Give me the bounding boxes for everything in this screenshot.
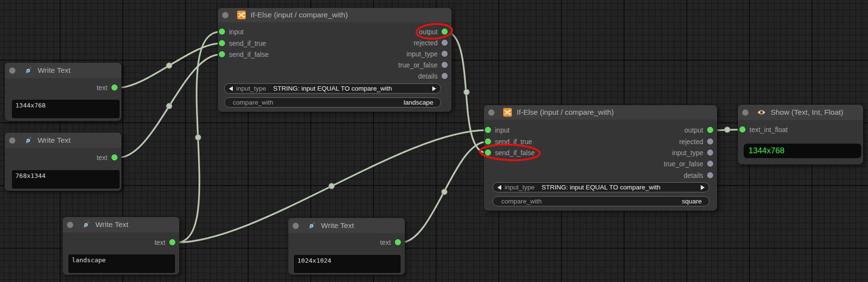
port-label: input_type <box>672 149 703 157</box>
node-show-text[interactable]: Show (Text, Int, Float) text_int_float 1… <box>738 105 863 164</box>
node-titlebar[interactable]: Write Text <box>288 218 405 233</box>
port-dot[interactable] <box>219 40 225 46</box>
node-titlebar[interactable]: Write Text <box>5 63 121 78</box>
text-input[interactable]: 1344x768 <box>12 100 120 118</box>
link-midpoint[interactable] <box>464 89 469 95</box>
port-dot[interactable] <box>441 51 448 57</box>
port-label: input <box>229 28 243 36</box>
collapse-dot[interactable] <box>9 137 15 144</box>
link-midpoint[interactable] <box>724 127 730 133</box>
port-dot[interactable] <box>485 127 491 133</box>
port-dot[interactable] <box>707 127 713 133</box>
node-if-else-1[interactable]: If-Else (input / compare_with) input sen… <box>218 8 452 112</box>
input-port-input[interactable]: input <box>219 28 243 35</box>
port-label: text_int_float <box>749 126 788 134</box>
port-dot[interactable] <box>707 172 713 178</box>
node-editor-canvas[interactable]: Write Text text 1344x768 Write Text text… <box>0 0 868 282</box>
port-label: details <box>684 172 703 179</box>
show-value-box: 1344x768 <box>744 144 861 158</box>
collapse-dot[interactable] <box>67 222 73 228</box>
widget-compare-with[interactable]: compare_with landscape <box>224 97 441 107</box>
output-port-output[interactable]: output <box>684 127 713 133</box>
input-port-send-if-false[interactable]: send_if_false <box>219 51 269 57</box>
widget-label: compare_with <box>233 99 273 106</box>
port-label: true_or_false <box>664 160 703 168</box>
port-dot[interactable] <box>441 28 448 35</box>
port-dot[interactable] <box>395 239 401 245</box>
port-dot[interactable] <box>111 84 118 91</box>
text-input[interactable]: 768x1344 <box>12 170 120 188</box>
output-port-input-type[interactable]: input_type <box>672 149 713 156</box>
wire-1024x1024-to-ifelse2-send-if-true[interactable] <box>401 142 487 242</box>
shuffle-icon <box>503 108 512 117</box>
port-label: text <box>380 239 391 246</box>
output-port-details[interactable]: details <box>684 172 713 178</box>
port-dot[interactable] <box>707 149 713 156</box>
shuffle-icon <box>237 11 246 19</box>
input-port-text-int-float[interactable]: text_int_float <box>739 126 788 133</box>
output-port-output[interactable]: output <box>419 28 448 35</box>
collapse-dot[interactable] <box>222 12 228 18</box>
wire-768x1344-to-ifelse1-send-if-false[interactable] <box>118 54 220 158</box>
link-midpoint[interactable] <box>441 189 447 195</box>
widget-value: landscape <box>403 99 433 106</box>
node-write-text-3[interactable]: Write Text text landscape <box>63 217 179 275</box>
output-port-text[interactable]: text <box>154 239 175 245</box>
text-input[interactable]: landscape <box>68 255 175 273</box>
collapse-dot[interactable] <box>742 109 748 116</box>
port-dot[interactable] <box>169 239 175 245</box>
port-label: text <box>96 84 107 92</box>
input-port-send-if-true[interactable]: send_if_true <box>219 40 266 46</box>
node-write-text-1[interactable]: Write Text text 1344x768 <box>5 63 121 121</box>
collapse-dot[interactable] <box>9 67 15 74</box>
node-titlebar[interactable]: If-Else (input / compare_with) <box>218 8 452 22</box>
node-title: If-Else (input / compare_with) <box>517 108 614 117</box>
wire-1344x768-to-ifelse1-send-if-true[interactable] <box>118 43 220 88</box>
node-titlebar[interactable]: Show (Text, Int, Float) <box>738 105 863 120</box>
port-dot[interactable] <box>485 149 491 156</box>
input-port-send-if-false[interactable]: send_if_false <box>485 149 535 156</box>
port-dot[interactable] <box>111 154 118 161</box>
port-dot[interactable] <box>219 28 225 35</box>
port-label: output <box>684 126 703 134</box>
output-port-text[interactable]: text <box>380 239 401 245</box>
output-port-input-type[interactable]: input_type <box>406 51 448 57</box>
node-title: If-Else (input / compare_with) <box>251 11 348 19</box>
port-dot[interactable] <box>485 138 491 145</box>
collapse-dot[interactable] <box>488 109 494 116</box>
link-midpoint[interactable] <box>195 134 201 140</box>
output-port-text[interactable]: text <box>96 84 118 91</box>
output-port-rejected[interactable]: rejected <box>414 40 448 46</box>
wire-landscape-to-ifelse1-input[interactable] <box>176 32 220 242</box>
widget-input-type[interactable]: input_type STRING: input EQUAL TO compar… <box>224 83 441 94</box>
port-dot[interactable] <box>739 126 746 133</box>
collapse-dot[interactable] <box>293 223 299 229</box>
port-dot[interactable] <box>219 51 225 57</box>
link-midpoint[interactable] <box>166 63 172 68</box>
port-dot[interactable] <box>707 138 713 145</box>
node-titlebar[interactable]: If-Else (input / compare_with) <box>484 105 717 120</box>
port-dot[interactable] <box>441 73 448 79</box>
node-write-text-2[interactable]: Write Text text 768x1344 <box>5 133 121 191</box>
widget-compare-with[interactable]: compare_with square <box>493 196 709 206</box>
input-port-send-if-true[interactable]: send_if_true <box>485 138 532 145</box>
output-port-true-or-false[interactable]: true_or_false <box>664 161 713 167</box>
node-if-else-2[interactable]: If-Else (input / compare_with) input sen… <box>484 105 717 211</box>
output-port-text[interactable]: text <box>96 154 118 161</box>
widget-input-type[interactable]: input_type STRING: input EQUAL TO compar… <box>493 182 709 192</box>
port-dot[interactable] <box>707 161 713 167</box>
output-port-details[interactable]: details <box>418 73 448 79</box>
input-port-input[interactable]: input <box>485 127 509 133</box>
link-midpoint[interactable] <box>329 183 334 189</box>
port-dot[interactable] <box>441 40 448 46</box>
output-port-true-or-false[interactable]: true_or_false <box>398 62 448 68</box>
fountain-pen-icon <box>24 66 33 75</box>
node-write-text-4[interactable]: Write Text text 1024x1024 <box>288 218 405 275</box>
port-label: details <box>418 72 438 80</box>
link-midpoint[interactable] <box>166 103 172 109</box>
output-port-rejected[interactable]: rejected <box>679 138 713 145</box>
node-titlebar[interactable]: Write Text <box>63 217 179 232</box>
node-titlebar[interactable]: Write Text <box>5 133 121 148</box>
port-dot[interactable] <box>441 62 448 68</box>
text-input[interactable]: 1024x1024 <box>294 255 401 273</box>
